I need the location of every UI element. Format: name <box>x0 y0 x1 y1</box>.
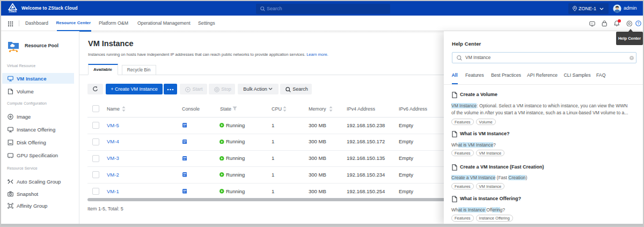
svg-text:?: ? <box>638 21 640 25</box>
svg-text:ZStack: ZStack <box>9 10 17 13</box>
